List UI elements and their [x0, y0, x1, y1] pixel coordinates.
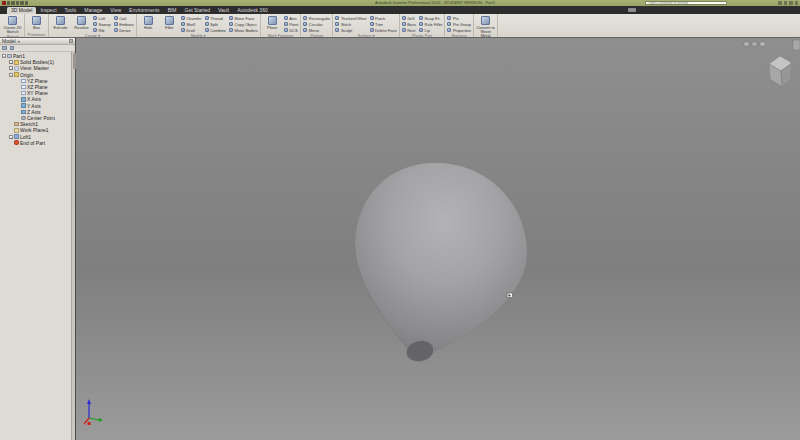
loft-icon	[14, 134, 19, 139]
boss-icon	[402, 22, 406, 26]
ribbon-group-harness: PinPin GroupPropertiesHarness	[445, 14, 474, 37]
ribbon-button-plane[interactable]: Plane	[263, 15, 282, 30]
tab-manage[interactable]: Manage	[80, 7, 106, 14]
ribbon-button-label: Extrude	[54, 26, 68, 30]
expand-icon[interactable]: +	[9, 135, 13, 139]
ribbon-button-hole[interactable]: Hole	[139, 15, 158, 30]
loft-icon	[93, 16, 97, 20]
print-icon[interactable]	[20, 1, 24, 5]
help-icon[interactable]	[795, 1, 799, 5]
save-icon[interactable]	[7, 1, 11, 5]
canvas-toolbar-icons[interactable]	[744, 40, 800, 50]
ribbon-button-label: Sculpt	[341, 28, 352, 33]
origin-triad	[84, 399, 103, 425]
tree-item-label: Center Point	[27, 115, 55, 121]
ribbon-button-label: Pin Group	[453, 22, 471, 27]
ribbon-button-label: Trim	[375, 22, 383, 27]
tab-3d-model[interactable]: 3D Model	[7, 7, 36, 14]
tree-item-label: YZ Plane	[27, 78, 48, 84]
collapse-icon[interactable]: −	[2, 54, 6, 58]
browser-header[interactable]: Model ▾	[0, 38, 75, 45]
trim-icon	[370, 22, 374, 26]
point-icon	[21, 116, 26, 121]
tree-item-label: Z Axis	[27, 109, 41, 115]
ribbon-button-box[interactable]: Box	[27, 15, 46, 30]
undo-icon[interactable]	[11, 1, 15, 5]
tab-environments[interactable]: Environments	[125, 7, 164, 14]
tree-item-label: End of Part	[20, 140, 45, 146]
plane-icon	[21, 85, 26, 90]
expand-icon[interactable]: +	[9, 66, 13, 70]
ribbon-button-create-2d-sketch[interactable]: Create 2D Sketch	[3, 15, 22, 34]
filter-icon[interactable]	[2, 46, 7, 51]
ribbon-button-revolve[interactable]: Revolve	[72, 15, 91, 30]
favorites-icon[interactable]	[778, 1, 782, 5]
browser-tree: −Part1+Solid Bodies(1)+View: Master−Orig…	[0, 52, 75, 440]
eye-icon	[14, 66, 19, 71]
communication-center-icon[interactable]	[784, 1, 788, 5]
ribbon-button-label: Rib	[99, 28, 105, 33]
ribbon-button-label: Convert to Sheet Metal	[476, 26, 495, 39]
ribbon-group-pattern: RectangularCircularMirrorPattern	[301, 14, 333, 37]
pin-group-icon	[447, 22, 451, 26]
ribbon-button-label: Coil	[119, 16, 126, 21]
tab-tools[interactable]: Tools	[61, 7, 81, 14]
ribbon-tabs: 3D ModelInspectToolsManageViewEnvironmen…	[0, 6, 800, 14]
help-search-input[interactable]	[645, 1, 727, 5]
browser-options-icon[interactable]	[69, 39, 73, 43]
ribbon-button-extrude[interactable]: Extrude	[51, 15, 70, 30]
group-label-primitives[interactable]: Primitives	[27, 32, 46, 38]
ribbon-button-label: Mirror	[309, 28, 319, 33]
tab-vault[interactable]: Vault	[214, 7, 233, 14]
expand-icon[interactable]: +	[9, 60, 13, 64]
ribbon-button-label: Properties	[453, 28, 471, 33]
axis-icon	[21, 110, 26, 115]
ribbon-button-label: Pin	[453, 16, 459, 21]
ribbon-group-primitives: BoxPrimitives	[25, 14, 49, 37]
ribbon-button-label: Derive	[119, 28, 131, 33]
tree-item-end-of-part[interactable]: End of Part	[0, 140, 75, 146]
viewport[interactable]	[76, 38, 800, 440]
chevron-down-icon[interactable]: ▾	[18, 39, 20, 44]
move-bodies-icon	[229, 28, 233, 32]
ribbon-button-label: Move Bodies	[235, 28, 258, 33]
ribbon-button-label: Rectangular	[309, 16, 331, 21]
tab-get-started[interactable]: Get Started	[181, 7, 215, 14]
emboss-icon	[114, 22, 118, 26]
find-icon[interactable]	[10, 46, 15, 51]
tree-item-label: X Axis	[27, 96, 41, 102]
ribbon-button-label: Rest	[407, 28, 415, 33]
convert-to-sheet-metal-icon	[481, 16, 490, 25]
sign-in-icon[interactable]	[789, 1, 793, 5]
minimize-ribbon-icon[interactable]	[628, 8, 636, 12]
tree-item-label: Solid Bodies(1)	[20, 59, 54, 65]
tree-item-label: XZ Plane	[27, 84, 48, 90]
view-cube[interactable]	[769, 56, 792, 87]
ribbon-button-convert-to-sheet-metal[interactable]: Convert to Sheet Metal	[476, 15, 495, 39]
ribbon-button-fillet[interactable]: Fillet	[160, 15, 179, 30]
ribbon-group-sketch: Create 2D SketchSketch	[1, 14, 25, 37]
tree-item-label: Origin	[20, 72, 33, 78]
update-icon[interactable]	[25, 1, 29, 5]
ribbon-button-label: Combine	[210, 28, 226, 33]
collapse-icon[interactable]: −	[9, 73, 13, 77]
ribbon-button-label: Copy Object	[235, 22, 257, 27]
part-icon	[7, 54, 12, 59]
tab-autodesk-360[interactable]: Autodesk 360	[233, 7, 272, 14]
rib-icon	[93, 28, 97, 32]
browser-scrollbar[interactable]	[71, 52, 75, 440]
loft-teardrop-model[interactable]	[355, 163, 527, 355]
ribbon: Create 2D SketchSketchBoxPrimitivesExtru…	[0, 14, 800, 38]
tab-view[interactable]: View	[106, 7, 125, 14]
tab-bim[interactable]: BIM	[164, 7, 181, 14]
ribbon-button-label: UCS	[289, 28, 297, 33]
tree-item-label: Work Plane1	[20, 127, 49, 133]
ribbon-button-label: Delete Face	[375, 28, 397, 33]
redo-icon[interactable]	[16, 1, 20, 5]
sweep-icon	[93, 22, 97, 26]
app-icon[interactable]	[2, 1, 6, 5]
plane-icon	[268, 16, 277, 25]
model-browser-panel: Model ▾ −Part1+Solid Bodies(1)+View: Mas…	[0, 38, 76, 440]
tab-inspect[interactable]: Inspect	[36, 7, 60, 14]
fillet-icon	[165, 16, 174, 25]
